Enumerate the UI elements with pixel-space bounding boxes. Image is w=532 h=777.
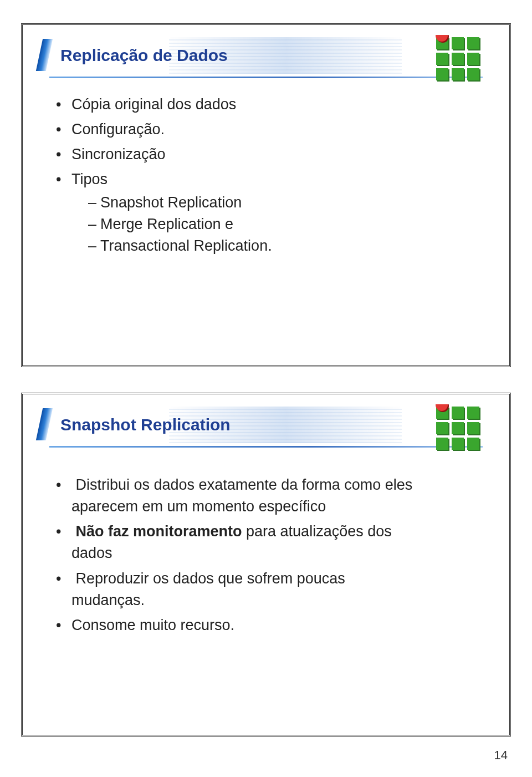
title-bar: Snapshot Replication [36, 404, 496, 445]
text: Transactional Replication. [100, 237, 272, 254]
slide-title: Snapshot Replication [56, 415, 231, 434]
slide-content: Distribui os dados exatamente da forma c… [23, 448, 509, 636]
text: Configuração. [71, 121, 165, 138]
bullet-item: Configuração. [56, 119, 476, 140]
bullet-item: Sincronização [56, 144, 476, 165]
title-underline [49, 446, 483, 448]
text-bold: Não faz monitoramento [76, 523, 242, 540]
bullet-item: Reproduzir os dados que sofrem poucas mu… [56, 568, 476, 611]
svg-rect-15 [452, 68, 464, 80]
bullet-item: Não faz monitoramento para atualizações … [56, 521, 476, 564]
text: mudanças. [71, 592, 145, 608]
svg-rect-29 [452, 422, 464, 434]
text: Merge Replication e [100, 216, 233, 232]
svg-rect-35 [452, 438, 464, 450]
svg-rect-13 [436, 68, 448, 80]
text: Reproduzir os dados que sofrem poucas [76, 570, 345, 587]
svg-rect-3 [452, 37, 464, 49]
page-number: 14 [494, 748, 508, 763]
text: dados [71, 545, 112, 561]
svg-rect-23 [452, 407, 464, 419]
slide-1: Replicação de Dados Cópia original dos d… [21, 23, 511, 367]
bullet-item: Tipos Snapshot Replication Merge Replica… [56, 169, 476, 257]
svg-rect-25 [467, 407, 479, 419]
text: para atualizações dos [242, 523, 392, 540]
slide-title: Replicação de Dados [56, 46, 228, 65]
text: Distribui os dados exatamente da forma c… [76, 476, 413, 493]
text: Consome muito recurso. [71, 617, 234, 633]
text: Sincronização [71, 146, 166, 162]
bullet-item: Consome muito recurso. [56, 615, 476, 636]
sub-bullet-item: Snapshot Replication [88, 192, 476, 214]
sub-bullet-item: Transactional Replication. [88, 235, 476, 257]
title-underline [49, 77, 483, 78]
text: Tipos [71, 171, 108, 187]
svg-rect-37 [467, 438, 479, 450]
svg-rect-9 [452, 53, 464, 65]
svg-rect-27 [436, 422, 448, 434]
bullet-item: Distribui os dados exatamente da forma c… [56, 474, 476, 517]
sub-bullet-item: Merge Replication e [88, 214, 476, 235]
title-bar: Replicação de Dados [36, 35, 496, 76]
title-accent [36, 38, 56, 73]
svg-rect-7 [436, 53, 448, 65]
title-accent [36, 407, 56, 443]
slide-2: Snapshot Replication Distribui os dados … [21, 393, 511, 737]
svg-rect-5 [467, 37, 479, 49]
bullet-item: Cópia original dos dados [56, 94, 476, 115]
text: Snapshot Replication [100, 194, 242, 211]
svg-rect-31 [467, 422, 479, 434]
logo-icon [434, 404, 485, 451]
text: aparecem em um momento específico [71, 498, 326, 515]
svg-rect-33 [436, 438, 448, 450]
slide-content: Cópia original dos dados Configuração. S… [23, 78, 509, 257]
svg-rect-11 [467, 53, 479, 65]
svg-rect-17 [467, 68, 479, 80]
text: Cópia original dos dados [71, 96, 236, 113]
logo-icon [434, 35, 485, 82]
